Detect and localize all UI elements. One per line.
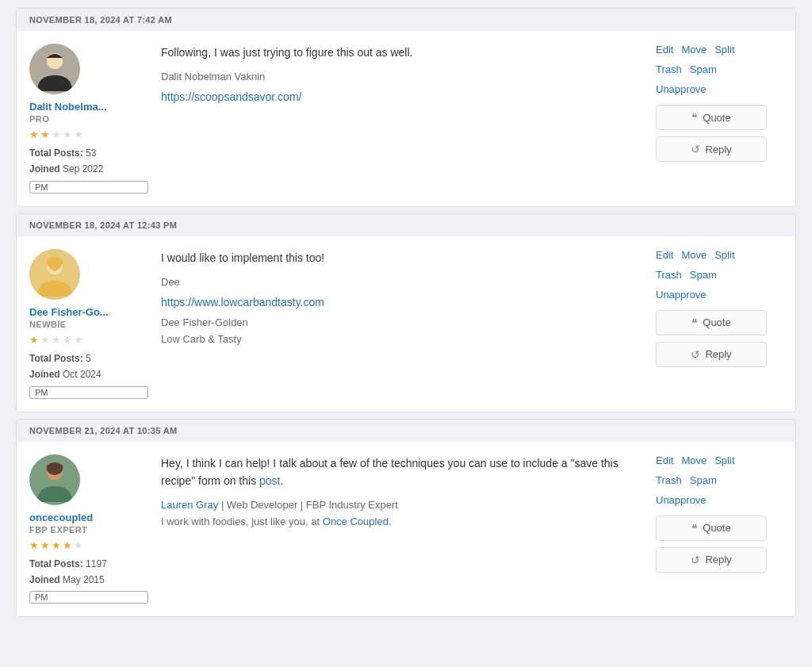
quote-label: Quote xyxy=(703,316,730,328)
avatar xyxy=(29,249,80,300)
user-role: PRO xyxy=(29,114,148,124)
star-rating: ★★★★★ xyxy=(29,539,148,551)
comment-timestamp: NOVEMBER 18, 2024 AT 12:43 PM xyxy=(17,214,795,236)
total-posts-label: Total Posts: 53 xyxy=(29,148,96,159)
unapprove-link[interactable]: Unapprove xyxy=(656,289,707,301)
star-icon: ★ xyxy=(52,539,61,551)
reply-button[interactable]: ↺Reply xyxy=(656,136,767,162)
comment-text: I would like to implement this too! xyxy=(161,249,643,266)
quote-button[interactable]: ❝Quote xyxy=(656,516,767,541)
move-link[interactable]: Move xyxy=(681,249,707,261)
star-icon: ★ xyxy=(52,334,61,346)
star-icon: ★ xyxy=(74,128,83,140)
star-icon: ★ xyxy=(52,128,61,140)
avatar xyxy=(29,454,80,505)
star-rating: ★★★★★ xyxy=(29,334,148,346)
comment-signature: Dee xyxy=(161,274,643,291)
comment-signature: Dalit Nobelman Vaknin xyxy=(161,69,643,86)
reply-label: Reply xyxy=(705,348,731,360)
star-icon: ★ xyxy=(63,539,72,551)
quote-button[interactable]: ❝Quote xyxy=(656,310,767,335)
signature-link[interactable]: Lauren Gray xyxy=(161,499,218,511)
content-col: I would like to implement this too!Deeht… xyxy=(161,249,643,348)
signature-link[interactable]: Once Coupled xyxy=(323,516,389,527)
action-links-row2: TrashSpam xyxy=(656,474,717,486)
comments-list: NOVEMBER 18, 2024 AT 7:42 AM Dalit Nobel… xyxy=(0,0,812,631)
joined-label: Joined May 2015 xyxy=(29,574,105,585)
comment-body: Dee Fisher-Go...NEWBIE★★★★★Total Posts: … xyxy=(17,236,795,412)
edit-link[interactable]: Edit xyxy=(656,249,673,261)
star-icon: ★ xyxy=(40,128,50,140)
comment-block: NOVEMBER 18, 2024 AT 12:43 PM Dee Fisher… xyxy=(16,213,796,412)
star-icon: ★ xyxy=(29,539,39,551)
action-links-row2: TrashSpam xyxy=(656,63,717,75)
star-icon: ★ xyxy=(74,334,83,346)
user-meta: Total Posts: 5Joined Oct 2024 xyxy=(29,351,148,383)
comment-url[interactable]: https://www.lowcarbandtasty.com xyxy=(161,296,324,309)
total-posts-label: Total Posts: 5 xyxy=(29,353,91,364)
unapprove-link[interactable]: Unapprove xyxy=(656,494,707,506)
reply-button[interactable]: ↺Reply xyxy=(656,547,767,573)
reply-icon: ↺ xyxy=(691,554,700,566)
trash-link[interactable]: Trash xyxy=(656,269,682,281)
actions-col: EditMoveSplitTrashSpamUnapprove❝Quote↺Re… xyxy=(656,44,783,165)
reply-icon: ↺ xyxy=(691,143,700,155)
user-meta: Total Posts: 53Joined Sep 2022 xyxy=(29,145,148,178)
user-col: oncecoupledFBP EXPERT★★★★★Total Posts: 1… xyxy=(29,454,148,604)
edit-link[interactable]: Edit xyxy=(656,454,673,466)
pm-button[interactable]: PM xyxy=(29,386,148,399)
comment-url[interactable]: https://scoopsandsavor.com/ xyxy=(161,90,301,103)
user-name[interactable]: oncecoupled xyxy=(29,512,148,523)
action-links-row1: EditMoveSplit xyxy=(656,249,735,261)
actions-col: EditMoveSplitTrashSpamUnapprove❝Quote↺Re… xyxy=(656,454,783,576)
joined-label: Joined Sep 2022 xyxy=(29,163,103,174)
spam-link[interactable]: Spam xyxy=(690,269,717,281)
unapprove-link[interactable]: Unapprove xyxy=(656,83,707,95)
reply-button[interactable]: ↺Reply xyxy=(656,342,767,367)
star-icon: ★ xyxy=(63,128,72,140)
pm-button[interactable]: PM xyxy=(29,591,148,604)
user-name[interactable]: Dalit Nobelma... xyxy=(29,101,148,113)
comment-inline-link[interactable]: post xyxy=(259,474,280,487)
move-link[interactable]: Move xyxy=(681,44,707,56)
content-col: Hey, I think I can help! I talk about a … xyxy=(161,454,643,531)
star-icon: ★ xyxy=(40,334,50,346)
trash-link[interactable]: Trash xyxy=(656,63,682,75)
move-link[interactable]: Move xyxy=(681,454,707,466)
comment-body: oncecoupledFBP EXPERT★★★★★Total Posts: 1… xyxy=(17,442,795,617)
star-rating: ★★★★★ xyxy=(29,128,148,140)
star-icon: ★ xyxy=(74,539,83,551)
content-col: Following, I was just trying to figure t… xyxy=(161,44,643,103)
user-role: FBP EXPERT xyxy=(29,525,148,535)
action-links-row1: EditMoveSplit xyxy=(656,44,735,56)
split-link[interactable]: Split xyxy=(714,249,734,261)
split-link[interactable]: Split xyxy=(714,44,734,56)
comment-timestamp: NOVEMBER 21, 2024 AT 10:35 AM xyxy=(17,420,795,442)
star-icon: ★ xyxy=(63,334,72,346)
user-role: NEWBIE xyxy=(29,320,148,329)
comment-signature-links: Lauren Gray | Web Developer | FBP Indust… xyxy=(161,497,643,531)
star-icon: ★ xyxy=(29,334,39,346)
action-links-row2: TrashSpam xyxy=(656,269,717,281)
action-links-row1: EditMoveSplit xyxy=(656,454,735,466)
spam-link[interactable]: Spam xyxy=(690,474,717,486)
quote-icon: ❝ xyxy=(691,111,698,124)
comment-extra-signature: Dee Fisher-GoldenLow Carb & Tasty xyxy=(161,315,643,348)
comment-block: NOVEMBER 18, 2024 AT 7:42 AM Dalit Nobel… xyxy=(16,8,796,207)
edit-link[interactable]: Edit xyxy=(656,44,673,56)
quote-button[interactable]: ❝Quote xyxy=(656,105,767,130)
quote-label: Quote xyxy=(703,112,730,124)
comment-text: Following, I was just trying to figure t… xyxy=(161,44,643,61)
pm-button[interactable]: PM xyxy=(29,181,148,194)
reply-label: Reply xyxy=(705,144,731,155)
spam-link[interactable]: Spam xyxy=(690,63,717,75)
comment-block: NOVEMBER 21, 2024 AT 10:35 AM oncecouple… xyxy=(16,419,796,618)
trash-link[interactable]: Trash xyxy=(656,474,682,486)
star-icon: ★ xyxy=(40,539,50,551)
split-link[interactable]: Split xyxy=(714,454,734,466)
quote-icon: ❝ xyxy=(691,522,698,535)
avatar xyxy=(29,44,80,94)
user-name[interactable]: Dee Fisher-Go... xyxy=(29,306,148,318)
comment-timestamp: NOVEMBER 18, 2024 AT 7:42 AM xyxy=(17,9,795,31)
joined-label: Joined Oct 2024 xyxy=(29,369,102,380)
